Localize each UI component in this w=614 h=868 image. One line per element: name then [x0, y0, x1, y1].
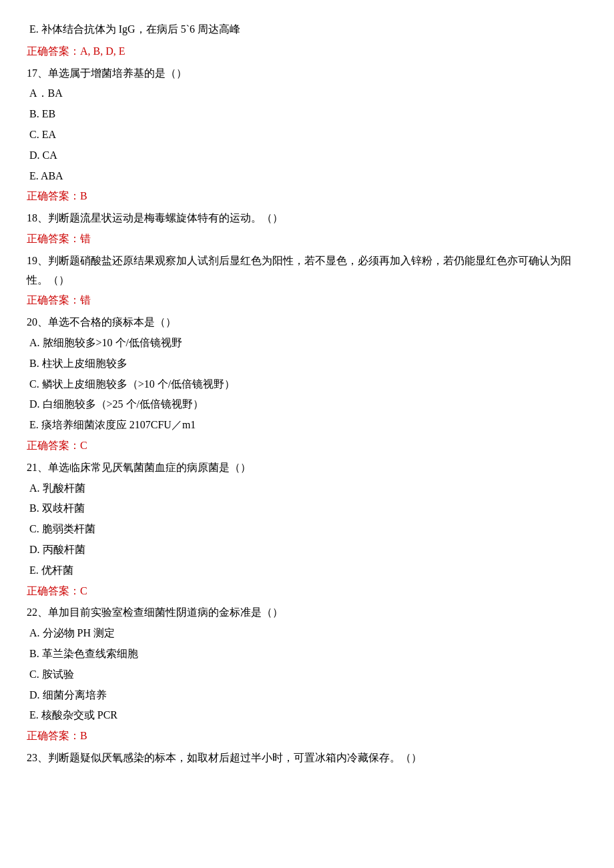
q20-option-c: C. 鳞状上皮细胞较多（>10 个/低倍镜视野） [27, 375, 587, 394]
q21-option-e: E. 优杆菌 [27, 561, 587, 580]
q17-option-a: A．BA [27, 84, 587, 103]
q20-option-d: D. 白细胞较多（>25 个/低倍镜视野） [27, 395, 587, 414]
q23-block: 23、判断题疑似厌氧感染的标本，如取材后超过半小时，可置冰箱内冷藏保存。（） [27, 749, 587, 768]
q20-option-e: E. 痰培养细菌浓度应 2107CFU／m1 [27, 416, 587, 435]
q17-block: 17、单选属于增菌培养基的是（） A．BA B. EB C. EA D. CA … [27, 64, 587, 207]
q16-answer: 正确答案：A, B, D, E [27, 42, 587, 61]
q18-block: 18、判断题流星状运动是梅毒螺旋体特有的运动。（） 正确答案：错 [27, 209, 587, 249]
q22-block: 22、单加目前实验室检查细菌性阴道病的金标准是（） A. 分泌物 PH 测定 B… [27, 603, 587, 746]
q23-question: 23、判断题疑似厌氧感染的标本，如取材后超过半小时，可置冰箱内冷藏保存。（） [27, 749, 587, 768]
q18-question: 18、判断题流星状运动是梅毒螺旋体特有的运动。（） [27, 209, 587, 228]
q21-answer: 正确答案：C [27, 582, 587, 601]
q22-option-b: B. 革兰染色查线索细胞 [27, 644, 587, 664]
q17-option-e: E. ABA [27, 167, 587, 186]
q22-answer: 正确答案：B [27, 727, 587, 746]
q22-option-e: E. 核酸杂交或 PCR [27, 706, 587, 725]
q17-option-b: B. EB [27, 105, 587, 124]
q20-question: 20、单选不合格的痰标本是（） [27, 313, 587, 332]
q22-option-c: C. 胺试验 [27, 665, 587, 685]
q22-option-a: A. 分泌物 PH 测定 [27, 624, 587, 643]
q21-block: 21、单选临床常见厌氧菌菌血症的病原菌是（） A. 乳酸杆菌 B. 双歧杆菌 C… [27, 458, 587, 601]
q21-question: 21、单选临床常见厌氧菌菌血症的病原菌是（） [27, 458, 587, 478]
q21-option-b: B. 双歧杆菌 [27, 499, 587, 518]
q17-answer: 正确答案：B [27, 187, 587, 206]
q20-block: 20、单选不合格的痰标本是（） A. 脓细胞较多>10 个/低倍镜视野 B. 柱… [27, 313, 587, 456]
q16-answer-block: 正确答案：A, B, D, E [27, 42, 587, 61]
page-content: E. 补体结合抗体为 IgG，在病后 5`6 周达高峰 正确答案：A, B, D… [27, 20, 587, 768]
q17-option-c: C. EA [27, 125, 587, 145]
q22-option-d: D. 细菌分离培养 [27, 686, 587, 705]
q21-option-c: C. 脆弱类杆菌 [27, 520, 587, 539]
q16-option-e: E. 补体结合抗体为 IgG，在病后 5`6 周达高峰 [27, 20, 587, 39]
q20-answer: 正确答案：C [27, 436, 587, 456]
q18-answer: 正确答案：错 [27, 230, 587, 249]
q19-question: 19、判断题硝酸盐还原结果观察加人试剂后显红色为阳性，若不显色，必须再加入锌粉，… [27, 252, 587, 290]
q19-answer: 正确答案：错 [27, 291, 587, 310]
q17-question: 17、单选属于增菌培养基的是（） [27, 64, 587, 83]
q19-block: 19、判断题硝酸盐还原结果观察加人试剂后显红色为阳性，若不显色，必须再加入锌粉，… [27, 252, 587, 310]
q17-option-d: D. CA [27, 146, 587, 165]
q21-option-a: A. 乳酸杆菌 [27, 479, 587, 498]
q21-option-d: D. 丙酸杆菌 [27, 540, 587, 560]
q16-option-e-block: E. 补体结合抗体为 IgG，在病后 5`6 周达高峰 [27, 20, 587, 39]
q20-option-b: B. 柱状上皮细胞较多 [27, 354, 587, 374]
q22-question: 22、单加目前实验室检查细菌性阴道病的金标准是（） [27, 603, 587, 622]
q20-option-a: A. 脓细胞较多>10 个/低倍镜视野 [27, 334, 587, 353]
